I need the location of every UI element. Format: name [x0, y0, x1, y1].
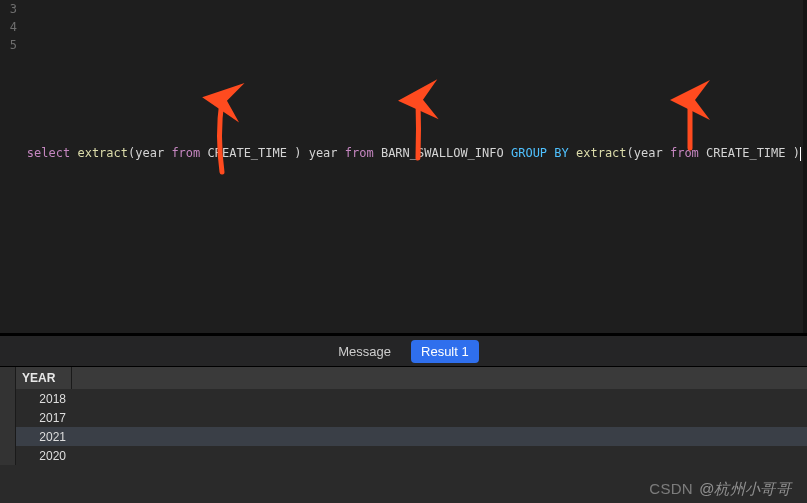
row-number-cell [0, 427, 16, 446]
code-token: from [670, 146, 699, 160]
cell-year[interactable]: 2020 [16, 449, 72, 463]
row-number-cell [0, 389, 16, 408]
code-token: GROUP BY [511, 146, 569, 160]
cell-year[interactable]: 2017 [16, 411, 72, 425]
cell-year[interactable]: 2021 [16, 430, 72, 444]
code-token: BARN_SWALLOW_INFO [374, 146, 511, 160]
row-number-cell [0, 408, 16, 427]
code-token: CREATE_TIME ) year [200, 146, 345, 160]
watermark-prefix: CSDN [649, 480, 693, 497]
code-area[interactable]: select extract(year from CREATE_TIME ) y… [27, 0, 807, 333]
line-number-gutter: 3 4 5 [0, 0, 27, 333]
code-token: extract [576, 146, 627, 160]
tab-message[interactable]: Message [328, 340, 401, 363]
tab-result-1[interactable]: Result 1 [411, 340, 479, 363]
result-tabs: Message Result 1 [0, 335, 807, 367]
code-token: extract [77, 146, 128, 160]
code-token: select [27, 146, 78, 160]
scrollbar-track[interactable] [803, 0, 807, 333]
code-token: from [171, 146, 200, 160]
code-line[interactable]: select extract(year from CREATE_TIME ) y… [27, 144, 801, 162]
row-number-cell [0, 446, 16, 465]
code-editor[interactable]: 3 4 5 select extract(year from CREATE_TI… [0, 0, 807, 333]
line-number: 3 [0, 0, 17, 18]
cell-year[interactable]: 2018 [16, 392, 72, 406]
watermark: CSDN@杭州小哥哥 [649, 480, 791, 499]
grid-header-row: YEAR [0, 367, 807, 389]
code-token [569, 146, 576, 160]
code-token: CREATE_TIME ) [699, 146, 800, 160]
line-number: 4 [0, 18, 17, 36]
code-token: (year [128, 146, 171, 160]
results-grid[interactable]: YEAR 2018201720212020 CSDN@杭州小哥哥 [0, 367, 807, 503]
table-row[interactable]: 2021 [0, 427, 807, 446]
code-token: from [345, 146, 374, 160]
code-token: (year [627, 146, 670, 160]
column-header-year[interactable]: YEAR [16, 367, 72, 389]
grid-body: 2018201720212020 [0, 389, 807, 465]
line-number: 5 [0, 36, 17, 54]
table-row[interactable]: 2018 [0, 389, 807, 408]
table-row[interactable]: 2017 [0, 408, 807, 427]
row-number-header [0, 367, 16, 389]
watermark-text: @杭州小哥哥 [699, 480, 791, 497]
table-row[interactable]: 2020 [0, 446, 807, 465]
text-cursor [800, 147, 801, 161]
